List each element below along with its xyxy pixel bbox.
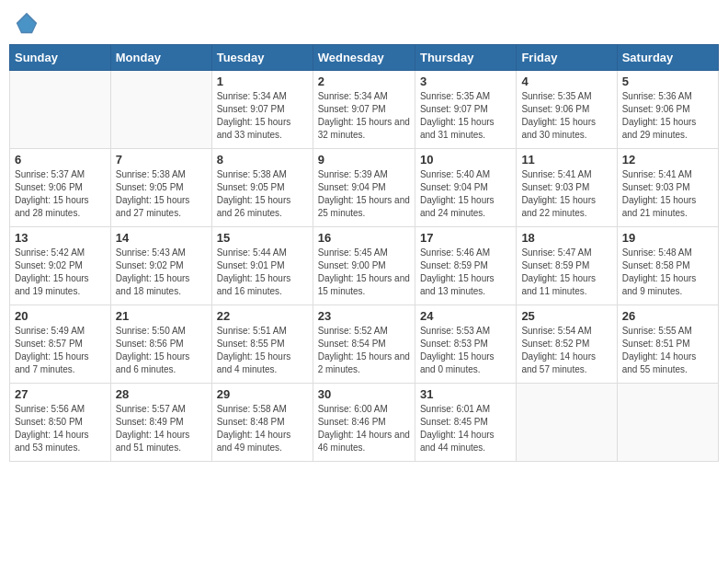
calendar-cell: 29Sunrise: 5:58 AM Sunset: 8:48 PM Dayli… [211, 384, 313, 462]
day-number: 21 [116, 309, 207, 323]
day-info: Sunrise: 5:55 AM Sunset: 8:51 PM Dayligh… [622, 325, 713, 376]
day-info: Sunrise: 5:41 AM Sunset: 9:03 PM Dayligh… [521, 168, 611, 220]
day-info: Sunrise: 5:58 AM Sunset: 8:48 PM Dayligh… [217, 403, 308, 454]
calendar-cell: 25Sunrise: 5:54 AM Sunset: 8:52 PM Dayli… [517, 305, 617, 384]
day-info: Sunrise: 5:37 AM Sunset: 9:06 PM Dayligh… [15, 168, 106, 220]
day-info: Sunrise: 5:49 AM Sunset: 8:57 PM Dayligh… [15, 325, 106, 376]
day-info: Sunrise: 5:39 AM Sunset: 9:04 PM Dayligh… [318, 168, 410, 220]
day-info: Sunrise: 5:50 AM Sunset: 8:56 PM Dayligh… [116, 325, 207, 376]
calendar-cell: 11Sunrise: 5:41 AM Sunset: 9:03 PM Dayli… [517, 149, 617, 227]
calendar-cell: 18Sunrise: 5:47 AM Sunset: 8:59 PM Dayli… [517, 227, 617, 305]
calendar-cell [617, 384, 718, 462]
day-info: Sunrise: 5:45 AM Sunset: 9:00 PM Dayligh… [318, 247, 410, 298]
day-number: 6 [15, 153, 106, 167]
calendar-header-row: SundayMondayTuesdayWednesdayThursdayFrid… [10, 45, 719, 71]
day-number: 2 [318, 75, 410, 88]
calendar-cell: 24Sunrise: 5:53 AM Sunset: 8:53 PM Dayli… [415, 305, 516, 384]
calendar-cell [10, 71, 111, 149]
calendar-cell: 15Sunrise: 5:44 AM Sunset: 9:01 PM Dayli… [211, 227, 313, 305]
day-number: 3 [420, 75, 511, 88]
day-info: Sunrise: 5:48 AM Sunset: 8:58 PM Dayligh… [622, 247, 713, 298]
day-number: 19 [622, 231, 713, 245]
calendar-cell: 7Sunrise: 5:38 AM Sunset: 9:05 PM Daylig… [110, 149, 211, 227]
calendar-cell: 10Sunrise: 5:40 AM Sunset: 9:04 PM Dayli… [415, 149, 516, 227]
calendar-cell: 13Sunrise: 5:42 AM Sunset: 9:02 PM Dayli… [10, 227, 111, 305]
calendar-cell: 20Sunrise: 5:49 AM Sunset: 8:57 PM Dayli… [10, 305, 111, 384]
day-number: 20 [15, 309, 106, 323]
calendar-cell: 28Sunrise: 5:57 AM Sunset: 8:49 PM Dayli… [110, 384, 211, 462]
day-info: Sunrise: 5:57 AM Sunset: 8:49 PM Dayligh… [116, 403, 207, 454]
week-row-1: 1Sunrise: 5:34 AM Sunset: 9:07 PM Daylig… [10, 71, 719, 149]
day-info: Sunrise: 6:01 AM Sunset: 8:45 PM Dayligh… [420, 403, 511, 454]
day-number: 27 [15, 387, 106, 401]
day-info: Sunrise: 5:52 AM Sunset: 8:54 PM Dayligh… [318, 325, 410, 376]
day-info: Sunrise: 5:41 AM Sunset: 9:03 PM Dayligh… [622, 168, 713, 220]
day-info: Sunrise: 5:47 AM Sunset: 8:59 PM Dayligh… [521, 247, 611, 298]
day-info: Sunrise: 5:34 AM Sunset: 9:07 PM Dayligh… [318, 90, 410, 142]
col-header-monday: Monday [110, 45, 211, 71]
calendar-cell: 12Sunrise: 5:41 AM Sunset: 9:03 PM Dayli… [617, 149, 718, 227]
calendar-cell: 22Sunrise: 5:51 AM Sunset: 8:55 PM Dayli… [211, 305, 313, 384]
day-number: 29 [217, 387, 308, 401]
day-number: 12 [622, 153, 713, 167]
day-number: 17 [420, 231, 511, 245]
calendar-cell: 17Sunrise: 5:46 AM Sunset: 8:59 PM Dayli… [415, 227, 516, 305]
calendar-cell: 14Sunrise: 5:43 AM Sunset: 9:02 PM Dayli… [110, 227, 211, 305]
calendar-cell: 23Sunrise: 5:52 AM Sunset: 8:54 PM Dayli… [313, 305, 415, 384]
calendar-cell: 30Sunrise: 6:00 AM Sunset: 8:46 PM Dayli… [313, 384, 415, 462]
day-number: 26 [622, 309, 713, 323]
day-info: Sunrise: 5:36 AM Sunset: 9:06 PM Dayligh… [622, 90, 713, 142]
day-number: 23 [318, 309, 410, 323]
day-info: Sunrise: 5:51 AM Sunset: 8:55 PM Dayligh… [217, 325, 308, 376]
day-number: 31 [420, 387, 511, 401]
day-number: 22 [217, 309, 308, 323]
calendar-cell: 16Sunrise: 5:45 AM Sunset: 9:00 PM Dayli… [313, 227, 415, 305]
day-info: Sunrise: 5:43 AM Sunset: 9:02 PM Dayligh… [116, 247, 207, 298]
col-header-wednesday: Wednesday [313, 45, 415, 71]
col-header-tuesday: Tuesday [211, 45, 313, 71]
week-row-3: 13Sunrise: 5:42 AM Sunset: 9:02 PM Dayli… [10, 227, 719, 305]
col-header-friday: Friday [517, 45, 617, 71]
col-header-sunday: Sunday [10, 45, 111, 71]
calendar-cell: 9Sunrise: 5:39 AM Sunset: 9:04 PM Daylig… [313, 149, 415, 227]
calendar-cell: 6Sunrise: 5:37 AM Sunset: 9:06 PM Daylig… [10, 149, 111, 227]
day-info: Sunrise: 5:46 AM Sunset: 8:59 PM Dayligh… [420, 247, 511, 298]
calendar-table: SundayMondayTuesdayWednesdayThursdayFrid… [9, 44, 719, 462]
day-number: 13 [15, 231, 106, 245]
calendar-cell [517, 384, 617, 462]
calendar-cell: 1Sunrise: 5:34 AM Sunset: 9:07 PM Daylig… [211, 71, 313, 149]
calendar-cell: 26Sunrise: 5:55 AM Sunset: 8:51 PM Dayli… [617, 305, 718, 384]
day-number: 16 [318, 231, 410, 245]
col-header-saturday: Saturday [617, 45, 718, 71]
day-number: 7 [116, 153, 207, 167]
calendar-cell [110, 71, 211, 149]
day-info: Sunrise: 5:38 AM Sunset: 9:05 PM Dayligh… [116, 168, 207, 220]
day-number: 25 [521, 309, 611, 323]
day-number: 14 [116, 231, 207, 245]
day-info: Sunrise: 5:42 AM Sunset: 9:02 PM Dayligh… [15, 247, 106, 298]
calendar-cell: 3Sunrise: 5:35 AM Sunset: 9:07 PM Daylig… [415, 71, 516, 149]
day-number: 10 [420, 153, 511, 167]
day-info: Sunrise: 5:56 AM Sunset: 8:50 PM Dayligh… [15, 403, 106, 454]
day-number: 4 [521, 75, 611, 88]
day-info: Sunrise: 6:00 AM Sunset: 8:46 PM Dayligh… [318, 403, 410, 454]
day-info: Sunrise: 5:35 AM Sunset: 9:06 PM Dayligh… [521, 90, 611, 142]
day-info: Sunrise: 5:53 AM Sunset: 8:53 PM Dayligh… [420, 325, 511, 376]
day-info: Sunrise: 5:35 AM Sunset: 9:07 PM Dayligh… [420, 90, 511, 142]
day-number: 28 [116, 387, 207, 401]
calendar-cell: 4Sunrise: 5:35 AM Sunset: 9:06 PM Daylig… [517, 71, 617, 149]
day-number: 8 [217, 153, 308, 167]
logo-icon [13, 9, 40, 37]
calendar-cell: 8Sunrise: 5:38 AM Sunset: 9:05 PM Daylig… [211, 149, 313, 227]
calendar-cell: 31Sunrise: 6:01 AM Sunset: 8:45 PM Dayli… [415, 384, 516, 462]
day-number: 24 [420, 309, 511, 323]
day-number: 9 [318, 153, 410, 167]
day-info: Sunrise: 5:40 AM Sunset: 9:04 PM Dayligh… [420, 168, 511, 220]
calendar-cell: 5Sunrise: 5:36 AM Sunset: 9:06 PM Daylig… [617, 71, 718, 149]
day-number: 1 [217, 75, 308, 88]
day-number: 5 [622, 75, 713, 88]
week-row-4: 20Sunrise: 5:49 AM Sunset: 8:57 PM Dayli… [10, 305, 719, 384]
col-header-thursday: Thursday [415, 45, 516, 71]
day-number: 11 [521, 153, 611, 167]
calendar-cell: 27Sunrise: 5:56 AM Sunset: 8:50 PM Dayli… [10, 384, 111, 462]
